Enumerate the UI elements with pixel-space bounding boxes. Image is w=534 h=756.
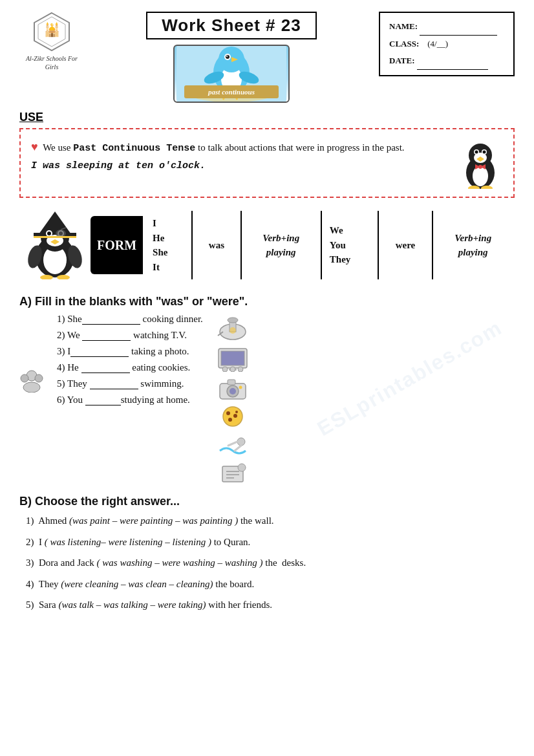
camera-icon xyxy=(217,376,248,400)
form-verb-singular: Verb+ingplaying xyxy=(241,210,321,281)
exercise-a-item-4: 4) He eating cookies. xyxy=(57,362,203,373)
exercise-a-inner: 1) She cooking dinner. 2) We watching T.… xyxy=(19,314,515,486)
svg-rect-60 xyxy=(221,351,244,365)
svg-line-76 xyxy=(228,442,237,446)
exercise-a-title: A) Fill in the blanks with "was" or "wer… xyxy=(19,295,515,308)
class-field: CLASS: (4/__) xyxy=(389,36,504,52)
svg-point-23 xyxy=(475,151,478,154)
tv-icon xyxy=(216,345,250,372)
swimming-icon xyxy=(217,433,249,457)
svg-rect-68 xyxy=(228,380,235,385)
studying-icon xyxy=(217,461,248,486)
exercise-b-title: B) Choose the right answer... xyxy=(19,495,515,508)
svg-point-58 xyxy=(230,327,236,334)
svg-point-67 xyxy=(230,388,236,394)
blank-2 xyxy=(82,330,131,341)
blank-3 xyxy=(70,347,129,357)
svg-rect-49 xyxy=(34,236,76,238)
form-label: FORM xyxy=(91,216,143,274)
title-area: Work Sheet # 23 xyxy=(84,12,379,103)
form-pronouns-singular: IHeSheIt xyxy=(144,210,193,281)
name-class-date-box: NAME: CLASS: (4/__) DATE: xyxy=(379,12,515,76)
exercise-a-item-3: 3) I taking a photo. xyxy=(57,346,203,357)
choices-4: (were cleaning – was clean – cleaning) xyxy=(61,579,213,589)
people-group-icon xyxy=(19,368,44,393)
svg-point-52 xyxy=(21,374,28,382)
svg-point-25 xyxy=(482,151,486,154)
tense-highlight: Past Continuous Tense xyxy=(73,143,195,154)
pirate-penguin xyxy=(19,208,91,282)
exercise-b-item-2: 2) I ( was listening– were listening – l… xyxy=(26,535,515,550)
exercise-a-right-images xyxy=(216,314,250,486)
form-was: was xyxy=(192,210,240,281)
svg-text:🕌: 🕌 xyxy=(44,22,60,38)
logo-area: 🕌 Al-Zikr Schools For Girls xyxy=(19,12,84,71)
exercise-a-wrap: 1) She cooking dinner. 2) We watching T.… xyxy=(19,314,515,486)
exercise-a-item-5: 5) They swimming. xyxy=(57,378,203,389)
svg-point-51 xyxy=(23,382,40,393)
exercise-b-list: 1) Ahmed (was paint – were painting – wa… xyxy=(26,513,515,612)
svg-point-56 xyxy=(228,318,238,323)
exercise-a-item-6: 6) You studying at home. xyxy=(57,394,203,405)
name-field: NAME: xyxy=(389,18,504,36)
cooking-icon xyxy=(217,314,249,341)
name-line xyxy=(420,18,497,36)
date-line xyxy=(417,52,488,70)
svg-point-64 xyxy=(238,367,243,372)
example-sentence: I was sleeping at ten o'clock. xyxy=(31,160,206,171)
svg-point-69 xyxy=(239,386,242,389)
svg-point-70 xyxy=(223,407,242,426)
choices-1: (was paint – were painting – was paintin… xyxy=(69,515,238,526)
exercise-a-items: 1) She cooking dinner. 2) We watching T.… xyxy=(57,314,203,411)
form-were: were xyxy=(378,210,433,281)
form-section: FORM IHeSheIt was Verb+ingplaying WeYouT… xyxy=(19,208,515,282)
worksheet-title: Work Sheet # 23 xyxy=(146,12,316,39)
bird-illustration: past continuous xyxy=(176,45,286,102)
svg-point-29 xyxy=(478,165,482,169)
exercise-a-item-1: 1) She cooking dinner. xyxy=(57,314,203,325)
blank-4 xyxy=(81,363,130,373)
svg-point-11 xyxy=(226,55,230,59)
svg-point-62 xyxy=(222,367,228,372)
penguin-icon xyxy=(460,137,502,189)
penguin-decoration xyxy=(458,137,503,189)
svg-point-75 xyxy=(237,438,245,446)
blank-1 xyxy=(82,314,140,325)
cookies-icon xyxy=(217,404,248,429)
choices-3: ( was washing – were washing – washing ) xyxy=(97,557,263,568)
form-pronouns-plural: WeYouThey xyxy=(321,210,378,281)
svg-point-39 xyxy=(47,232,51,235)
use-box-text: ♥ We use Past Continuous Tense to talk a… xyxy=(31,137,451,174)
svg-point-74 xyxy=(235,411,238,413)
svg-text:past continuous: past continuous xyxy=(208,88,255,96)
svg-point-71 xyxy=(226,411,230,415)
form-table: IHeSheIt was Verb+ingplaying WeYouThey w… xyxy=(143,209,515,281)
svg-point-82 xyxy=(238,464,246,471)
svg-point-73 xyxy=(228,418,232,422)
choices-5: (was talk – was talking – were taking) xyxy=(58,599,206,610)
exercise-b-item-3: 3) Dora and Jack ( was washing – were wa… xyxy=(26,556,515,570)
page-header: 🕌 Al-Zikr Schools For Girls Work Sheet #… xyxy=(19,12,515,103)
exercise-a-section: A) Fill in the blanks with "was" or "wer… xyxy=(19,295,515,486)
exercise-b-section: B) Choose the right answer... 1) Ahmed (… xyxy=(19,495,515,612)
form-verb-plural: Verb+ingplaying xyxy=(433,210,513,281)
pirate-penguin-icon xyxy=(19,208,91,279)
exercise-a-item-2: 2) We watching T.V. xyxy=(57,330,203,341)
school-logo-icon: 🕌 xyxy=(32,12,72,52)
exercise-b-item-5: 5) Sara (was talk – was talking – were t… xyxy=(26,598,515,612)
heart-icon: ♥ xyxy=(31,140,38,153)
svg-point-63 xyxy=(230,367,235,372)
form-table-wrap: FORM IHeSheIt was Verb+ingplaying WeYouT… xyxy=(91,209,515,281)
exercise-a-list: 1) She cooking dinner. 2) We watching T.… xyxy=(19,314,515,486)
svg-point-53 xyxy=(35,374,43,382)
svg-point-12 xyxy=(226,56,228,57)
bird-image: past continuous xyxy=(173,45,290,103)
school-name: Al-Zikr Schools For Girls xyxy=(19,54,84,71)
svg-line-77 xyxy=(235,446,241,451)
blank-5 xyxy=(90,379,138,389)
exercise-a-left-icons xyxy=(19,314,44,393)
choices-2: ( was listening– were listening – listen… xyxy=(45,537,211,547)
date-field: DATE: xyxy=(389,52,504,70)
use-box: ♥ We use Past Continuous Tense to talk a… xyxy=(19,128,515,198)
exercise-b-item-4: 4) They (were cleaning – was clean – cle… xyxy=(26,577,515,592)
